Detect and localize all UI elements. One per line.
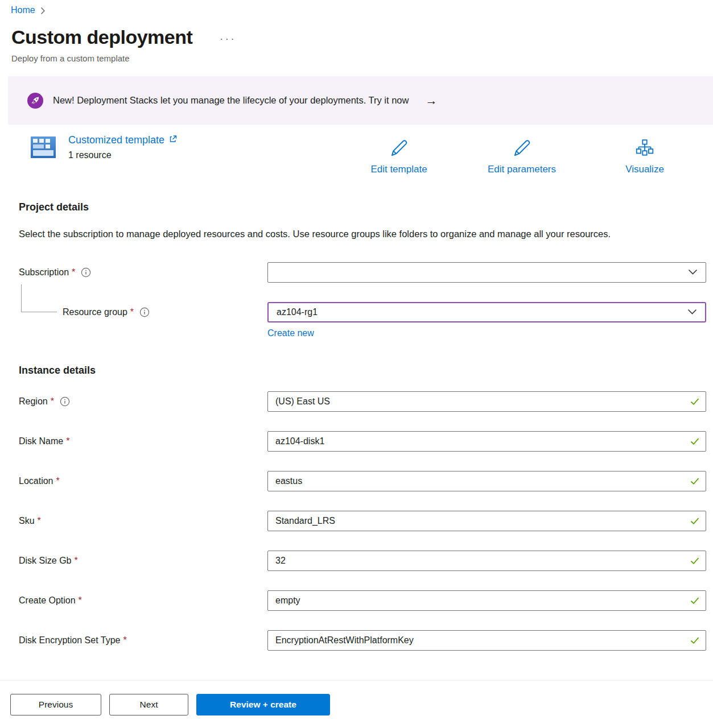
org-chart-icon — [634, 138, 655, 161]
customized-template-link[interactable]: Customized template — [68, 134, 164, 146]
sku-row: Sku * — [19, 511, 706, 531]
sku-label: Sku — [19, 516, 35, 526]
disk-encryption-set-type-row: Disk Encryption Set Type * — [19, 630, 706, 651]
previous-button[interactable]: Previous — [10, 694, 101, 715]
chevron-down-icon — [688, 267, 698, 278]
external-link-icon — [168, 134, 177, 146]
create-new-link[interactable]: Create new — [267, 328, 314, 338]
pencil-icon — [389, 138, 409, 161]
edit-template-label: Edit template — [370, 164, 427, 175]
disk-name-label: Disk Name — [19, 436, 63, 446]
instance-details-heading: Instance details — [19, 365, 713, 377]
required-asterisk: * — [79, 595, 82, 606]
valid-check-icon — [690, 518, 699, 525]
disk-name-row: Disk Name * — [19, 431, 706, 452]
required-asterisk: * — [123, 635, 126, 646]
required-asterisk: * — [72, 267, 75, 278]
chevron-down-icon — [687, 307, 697, 317]
subscription-label: Subscription — [19, 267, 69, 278]
subscription-select[interactable] — [267, 262, 706, 283]
disk-encryption-set-type-label: Disk Encryption Set Type — [19, 635, 120, 646]
info-icon[interactable] — [60, 396, 70, 407]
edit-parameters-label: Edit parameters — [488, 164, 556, 175]
required-asterisk: * — [130, 307, 134, 317]
location-row: Location * — [19, 471, 706, 491]
edit-parameters-button[interactable]: Edit parameters — [460, 138, 583, 175]
project-details-form: Subscription * Resource group * — [19, 262, 706, 338]
region-input[interactable] — [267, 391, 706, 412]
valid-check-icon — [690, 398, 699, 406]
deployment-stacks-banner[interactable]: New! Deployment Stacks let you manage th… — [8, 76, 713, 125]
template-icon — [30, 134, 57, 163]
template-resource-count: 1 resource — [68, 150, 177, 160]
location-label: Location — [19, 476, 53, 486]
visualize-button[interactable]: Visualize — [583, 138, 706, 175]
wizard-footer: Previous Next Review + create — [0, 680, 713, 728]
subscription-row: Subscription * — [19, 262, 706, 283]
create-option-label: Create Option — [19, 595, 76, 606]
page-subtitle: Deploy from a custom template — [11, 53, 713, 63]
required-asterisk: * — [38, 516, 41, 526]
required-asterisk: * — [74, 556, 77, 566]
breadcrumb-home-link[interactable]: Home — [11, 5, 35, 15]
region-row: Region * — [19, 391, 706, 412]
create-option-input[interactable] — [267, 590, 706, 611]
tree-connector — [21, 284, 57, 312]
next-button[interactable]: Next — [109, 694, 188, 715]
disk-size-gb-row: Disk Size Gb * — [19, 551, 706, 571]
required-asterisk: * — [56, 476, 60, 486]
resource-group-label: Resource group — [63, 307, 127, 317]
required-asterisk: * — [66, 436, 69, 446]
info-icon[interactable] — [81, 267, 91, 278]
resource-group-value: az104-rg1 — [277, 307, 318, 317]
sku-input[interactable] — [267, 511, 706, 531]
disk-encryption-set-type-input[interactable] — [267, 630, 706, 651]
required-asterisk: * — [51, 396, 54, 407]
project-details-description: Select the subscription to manage deploy… — [19, 225, 679, 243]
valid-check-icon — [690, 557, 699, 565]
create-option-row: Create Option * — [19, 590, 706, 611]
valid-check-icon — [690, 478, 699, 485]
info-icon[interactable] — [139, 307, 150, 317]
review-create-button[interactable]: Review + create — [196, 694, 330, 715]
region-label: Region — [19, 396, 48, 407]
disk-size-gb-label: Disk Size Gb — [19, 556, 71, 566]
location-input[interactable] — [267, 471, 706, 491]
arrow-right-icon: → — [425, 94, 437, 107]
project-details-heading: Project details — [19, 201, 713, 213]
valid-check-icon — [690, 597, 699, 605]
edit-template-button[interactable]: Edit template — [337, 138, 460, 175]
resource-group-select[interactable]: az104-rg1 — [267, 302, 706, 322]
disk-name-input[interactable] — [267, 431, 706, 452]
more-options-button[interactable]: ··· — [220, 34, 236, 45]
valid-check-icon — [690, 438, 699, 445]
visualize-label: Visualize — [625, 164, 664, 175]
chevron-right-icon — [40, 7, 46, 15]
rocket-icon — [27, 93, 43, 109]
valid-check-icon — [690, 637, 699, 644]
pencil-icon — [512, 138, 532, 161]
instance-details-form: Region * Disk Name * — [19, 391, 706, 651]
banner-message: New! Deployment Stacks let you manage th… — [53, 95, 409, 106]
page-title: Custom deployment — [11, 26, 192, 48]
disk-size-gb-input[interactable] — [267, 551, 706, 571]
resource-group-row: Resource group * az104-rg1 — [19, 302, 706, 322]
breadcrumb: Home — [0, 0, 713, 15]
